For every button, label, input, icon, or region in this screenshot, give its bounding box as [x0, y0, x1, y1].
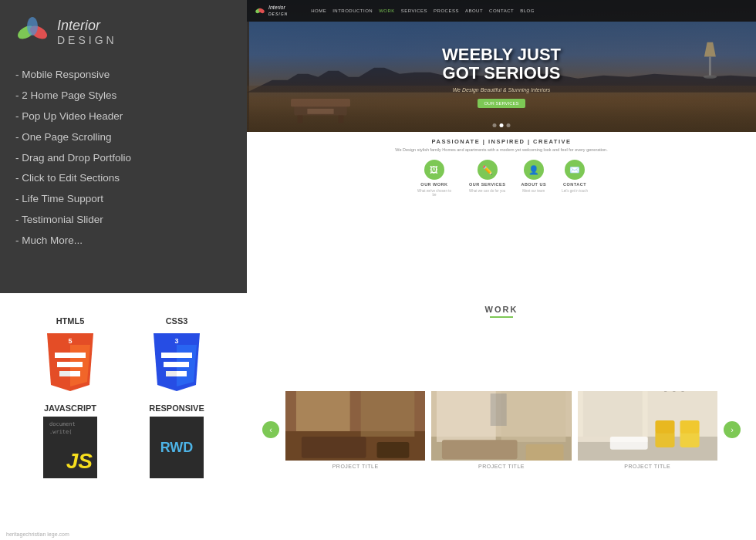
html5-label: HTML5 — [56, 316, 85, 326]
site-nav-link-about: ABOUT — [465, 8, 483, 13]
hero-text-area: WEEBLY JUST GOT SERIOUS We Design Beauti… — [247, 22, 756, 132]
svg-rect-46 — [655, 420, 674, 434]
site-icon-about: 👤 ABOUT US Meet our team — [521, 160, 546, 193]
services-icon-desc: What we can do for you — [469, 189, 505, 193]
svg-rect-25 — [177, 371, 187, 376]
carousel-next-button[interactable]: › — [724, 421, 741, 438]
hero-title: WEEBLY JUST GOT SERIOUS — [442, 46, 561, 83]
site-nav: InteriorDESIGN HOMEINTRODUCTIONWORKSERVI… — [247, 0, 756, 22]
svg-rect-29 — [296, 391, 350, 431]
work-icon-label: OUR WORK — [420, 182, 447, 187]
project-label-3: PROJECT TITLE — [578, 464, 717, 469]
carousel-prev-button[interactable]: ‹ — [262, 421, 279, 438]
logo-design: DESIGN — [57, 34, 117, 46]
feature-item: - Pop Up Video Header — [15, 110, 231, 124]
work-underline — [490, 316, 513, 318]
feature-item: - Testimonial Slider — [15, 213, 231, 228]
hero-button[interactable]: Our Services — [478, 99, 525, 108]
preview-inner: InteriorDESIGN HOMEINTRODUCTIONWORKSERVI… — [247, 0, 756, 293]
site-tagline: PASSIONATE | INSPIRED | CREATIVE — [432, 138, 572, 145]
logo-area: Interior DESIGN — [15, 15, 231, 49]
about-icon-desc: Meet our team — [522, 189, 545, 193]
css3-shield: 3 — [150, 329, 204, 391]
site-nav-link-home: HOME — [311, 8, 326, 13]
site-icons-row: 🖼 OUR WORK What we've chosen to be ✏️ OU… — [415, 160, 588, 197]
contact-icon-label: CONTACT — [563, 182, 586, 187]
svg-rect-22 — [161, 353, 192, 358]
feature-item: - Drag and Drop Portfolio — [15, 151, 231, 166]
tech-js: JAVASCRIPT document .write( JS — [23, 403, 117, 478]
rwd-text: RWD — [160, 440, 194, 456]
feature-item: - Life Time Support — [15, 192, 231, 207]
work-preview: WORK ‹ — [247, 293, 756, 540]
carousel-images: PROJECT TITLE PROJ — [285, 391, 717, 469]
work-icon-circle: 🖼 — [424, 160, 444, 180]
svg-rect-31 — [302, 436, 366, 457]
tech-grid: HTML5 5 CSS3 — [15, 309, 231, 486]
about-icon-label: ABOUT US — [521, 182, 546, 187]
feature-item: - Click to Edit Sections — [15, 171, 231, 186]
site-nav-links: HOMEINTRODUCTIONWORKSERVICESPROCESSABOUT… — [311, 8, 535, 13]
rwd-logo-box: RWD — [150, 417, 204, 478]
project-image-1 — [285, 391, 425, 461]
svg-rect-24 — [166, 371, 177, 376]
about-icon-circle: 👤 — [524, 160, 544, 180]
hero-subtitle: We Design Beautiful & Stunning Interiors — [453, 87, 551, 93]
feature-item: - One Page Scrolling — [15, 130, 231, 145]
logo-icon — [15, 15, 49, 49]
watermark: heritagechristian lege.com — [6, 532, 69, 537]
left-panel: Interior DESIGN - Mobile Responsive- 2 H… — [0, 0, 247, 293]
tech-area: HTML5 5 CSS3 — [0, 293, 247, 540]
contact-icon-circle: ✉️ — [565, 160, 585, 180]
svg-rect-23 — [164, 362, 189, 367]
svg-rect-35 — [437, 391, 496, 442]
feature-item: - Much More... — [15, 234, 231, 248]
carousel-item-1: PROJECT TITLE — [285, 391, 425, 469]
hero-dot-3[interactable] — [507, 123, 511, 127]
logo-text: Interior DESIGN — [57, 19, 117, 46]
project-label-2: PROJECT TITLE — [431, 464, 571, 469]
feature-item: - 2 Home Page Styles — [15, 89, 231, 103]
site-preview: InteriorDESIGN HOMEINTRODUCTIONWORKSERVI… — [247, 0, 756, 293]
svg-rect-47 — [680, 420, 699, 434]
room-svg-1 — [285, 391, 425, 461]
site-nav-link-introduction: INTRODUCTION — [332, 8, 373, 13]
svg-rect-39 — [491, 393, 507, 426]
site-nav-link-contact: CONTACT — [489, 8, 514, 13]
site-nav-link-services: SERVICES — [401, 8, 427, 13]
carousel-item-3: PROJECT TITLE — [578, 391, 717, 469]
js-text: JS — [66, 449, 93, 474]
svg-rect-43 — [583, 391, 643, 437]
services-icon-circle: ✏️ — [478, 160, 498, 180]
svg-rect-45 — [680, 430, 699, 447]
room-svg-2 — [431, 391, 571, 461]
hero-dot-2[interactable] — [500, 123, 504, 127]
services-icon-label: OUR SERVICES — [469, 182, 505, 187]
svg-rect-18 — [70, 371, 80, 376]
site-icon-services: ✏️ OUR SERVICES What we can do for you — [469, 160, 505, 193]
work-icon-desc: What we've chosen to be — [415, 189, 454, 197]
room-svg-3 — [578, 391, 717, 461]
svg-rect-16 — [57, 362, 83, 367]
hero-dot-1[interactable] — [493, 123, 497, 127]
rwd-label: RESPONSIVE — [149, 403, 204, 413]
project-image-3 — [578, 391, 717, 461]
svg-rect-15 — [55, 353, 86, 358]
svg-rect-37 — [442, 440, 518, 459]
css3-label: CSS3 — [166, 316, 188, 326]
site-nav-logo-text: InteriorDESIGN — [268, 5, 288, 16]
work-carousel: ‹ PROJECT TITLE — [262, 327, 741, 532]
site-nav-logo: InteriorDESIGN — [255, 5, 288, 16]
svg-rect-44 — [655, 430, 674, 447]
tech-html5: HTML5 5 — [23, 316, 117, 391]
site-nav-link-work: WORK — [379, 8, 395, 13]
svg-rect-17 — [59, 371, 70, 376]
feature-item: - Mobile Responsive — [15, 68, 231, 83]
svg-point-4 — [258, 8, 265, 14]
js-label: JAVASCRIPT — [44, 403, 96, 413]
site-nav-link-blog: BLOG — [520, 8, 535, 13]
svg-text:5: 5 — [68, 337, 72, 345]
work-title: WORK — [485, 305, 518, 314]
site-icon-work: 🖼 OUR WORK What we've chosen to be — [415, 160, 454, 197]
contact-icon-desc: Let's get in touch — [562, 189, 588, 193]
